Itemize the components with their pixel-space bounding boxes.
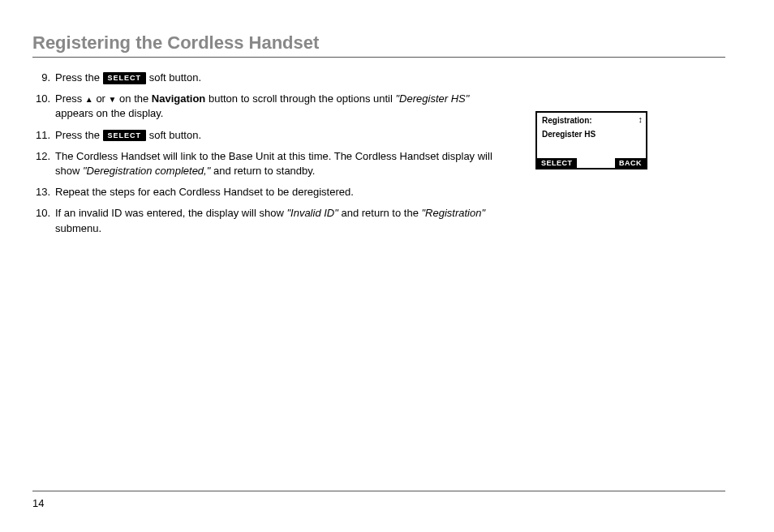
lcd-back-softkey: BACK — [615, 158, 646, 168]
section-heading: Registering the Cordless Handset — [32, 32, 725, 58]
page-number: 14 — [32, 497, 44, 509]
select-label-icon: SELECT — [103, 72, 147, 84]
step-body: Press the SELECT soft button. — [55, 71, 503, 85]
step-11: 11. Press the SELECT soft button. — [32, 128, 503, 143]
text: appears on the display. — [55, 107, 163, 119]
step-9: 9. Press the SELECT soft button. — [32, 71, 503, 85]
text: on the — [119, 92, 152, 105]
instruction-list: 9. Press the SELECT soft button. 10. Pre… — [32, 71, 503, 236]
step-body: The Cordless Handset will link to the Ba… — [55, 149, 503, 178]
text: Press — [55, 92, 85, 105]
text: If an invalid ID was entered, the displa… — [55, 207, 286, 219]
select-label-icon: SELECT — [103, 130, 147, 142]
step-number: 11. — [32, 128, 50, 143]
step-body: Repeat the steps for each Cordless Hands… — [55, 185, 503, 200]
text: and return to the — [341, 207, 421, 219]
text: soft button. — [149, 129, 201, 141]
step-13: 13. Repeat the steps for each Cordless H… — [32, 185, 503, 200]
figure-column: Registration: ↕ Deregister HS SELECT BAC… — [535, 71, 657, 242]
content-row: 9. Press the SELECT soft button. 10. Pre… — [32, 71, 725, 242]
step-body: Press ▲ or ▼ on the Navigation button to… — [55, 92, 503, 121]
step-number: 9. — [32, 71, 50, 85]
step-10b: 10. If an invalid ID was entered, the di… — [32, 206, 503, 235]
lcd-line: Deregister HS — [537, 128, 646, 140]
step-10: 10. Press ▲ or ▼ on the Navigation butto… — [32, 92, 503, 121]
lcd-display: Registration: ↕ Deregister HS SELECT BAC… — [535, 111, 647, 169]
step-number: 10. — [32, 92, 50, 121]
step-number: 12. — [32, 149, 50, 178]
text: soft button. — [149, 71, 201, 84]
step-body: If an invalid ID was entered, the displa… — [55, 206, 503, 235]
text: and return to standby. — [213, 165, 316, 177]
step-12: 12. The Cordless Handset will link to th… — [32, 149, 503, 178]
bold-text: Navigation — [152, 92, 205, 105]
step-body: Press the SELECT soft button. — [55, 128, 503, 143]
italic-text: "Deregister HS" — [395, 92, 469, 105]
text: submenu. — [55, 222, 101, 234]
text: or — [96, 92, 108, 105]
up-arrow-icon: ▲ — [85, 95, 93, 104]
text: Press the — [55, 129, 103, 141]
step-number: 10. — [32, 206, 50, 235]
lcd-softkey-row: SELECT BACK — [537, 158, 646, 168]
lcd-select-softkey: SELECT — [537, 158, 577, 168]
text: Repeat the steps for each Cordless Hands… — [55, 186, 354, 198]
italic-text: "Invalid ID" — [286, 207, 338, 219]
footer-rule — [32, 491, 725, 491]
lcd-title: Registration: — [542, 116, 592, 125]
italic-text: "Registration" — [421, 207, 485, 219]
instruction-column: 9. Press the SELECT soft button. 10. Pre… — [32, 71, 503, 242]
italic-text: "Deregistration completed," — [83, 165, 210, 177]
lcd-title-row: Registration: ↕ — [537, 113, 646, 128]
text: button to scroll through the options unt… — [209, 92, 396, 105]
scroll-icon: ↕ — [639, 115, 643, 124]
step-number: 13. — [32, 185, 50, 200]
text: Press the — [55, 71, 103, 84]
down-arrow-icon: ▼ — [109, 95, 117, 104]
